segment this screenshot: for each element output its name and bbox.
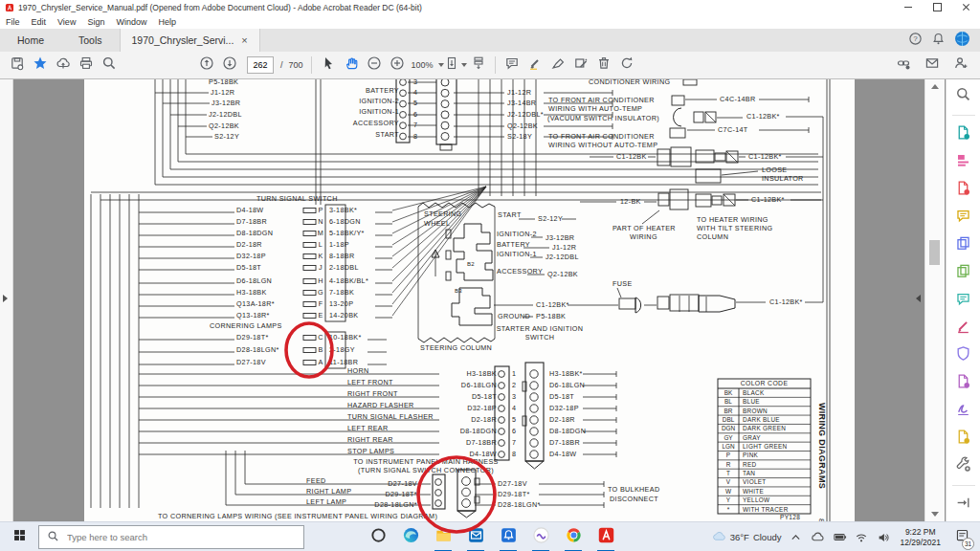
minimize-button[interactable] [894,0,923,14]
save-button[interactable] [6,55,29,76]
page-number-input[interactable] [247,56,274,74]
help-icon[interactable]: ? [908,32,923,50]
fit-page-dropdown[interactable] [444,55,467,76]
tab-tools[interactable]: Tools [61,29,120,52]
search-button[interactable] [98,55,121,76]
scroll-up-button[interactable] [931,84,939,89]
taskbar-app-file-explorer[interactable] [427,522,459,551]
action-center-button[interactable]: 31 [949,522,974,551]
zoom-level-dropdown[interactable]: 100% [409,55,444,76]
wifi-icon[interactable] [854,530,869,545]
weather-widget[interactable]: 36°F Cloudy [712,529,782,545]
menu-edit[interactable]: Edit [26,17,53,27]
battery-icon[interactable] [832,530,847,545]
maximize-button[interactable] [923,0,951,14]
stamp-tool-button[interactable] [569,55,592,76]
diagram-shape [441,111,449,119]
sidebar-separator [952,115,975,116]
diagram-text: 1-18P [329,240,349,249]
email-button[interactable] [921,55,944,76]
account-avatar[interactable] [954,31,970,51]
find-tool-button[interactable] [950,85,977,107]
diagram-shape [530,451,538,458]
expand-nav-pane-icon[interactable] [3,295,8,302]
more-tools-tool-button[interactable] [950,455,977,477]
taskbar-app-mail[interactable] [459,522,492,551]
taskbar-app-chrome[interactable] [557,522,590,551]
refresh-button[interactable] [615,55,638,76]
taskbar-search[interactable] [38,525,304,549]
taskbar-app-acrobat-reader[interactable] [590,522,622,551]
favorite-star-button[interactable] [29,55,52,76]
certificates-tool-button[interactable] [950,372,977,394]
share-with-people-button[interactable] [949,55,972,76]
protect-tool-button[interactable] [950,344,977,366]
share-link-button[interactable] [892,55,915,76]
diagram-text: R [726,461,731,468]
organize-pages-tool-button[interactable] [950,262,977,284]
page-display-button[interactable] [467,55,490,76]
diagram-text: D5-18T [472,392,497,401]
menu-file[interactable]: File [0,17,26,27]
clock-date: 12/29/2021 [900,538,941,548]
delete-button[interactable] [592,55,615,76]
menu-view[interactable]: View [52,17,81,27]
menu-help[interactable]: Help [152,17,182,27]
diagram-shape [499,394,505,401]
diagram-text: D5-18T [549,392,574,401]
export-pdf-tool-button[interactable] [950,123,977,145]
taskbar-app-cortana[interactable] [362,522,394,551]
taskbar-app-edge[interactable] [394,522,427,551]
select-tool-button[interactable] [317,55,340,76]
tab-close-icon[interactable]: × [241,34,247,46]
taskbar-app-sticky-notes[interactable] [524,522,557,551]
menu-sign[interactable]: Sign [81,17,110,27]
request-signatures-tool-button[interactable] [950,400,977,422]
close-button[interactable] [951,0,980,14]
combine-files-tool-button[interactable] [950,234,977,256]
diagram-text: TAN [743,470,755,476]
diagram-text: COLUMN [697,232,728,241]
diagram-text: HORN [347,366,369,375]
vertical-scrollbar[interactable] [924,79,945,521]
expand-tools-panel-icon[interactable] [916,295,921,302]
start-button[interactable] [0,522,38,551]
tab-document[interactable]: 1970_Chrysler_Servi... × [120,29,260,52]
tab-home[interactable]: Home [0,29,61,52]
notifications-bell-icon[interactable] [931,32,946,50]
onedrive-icon[interactable] [810,530,825,545]
menu-window[interactable]: Window [110,17,152,27]
comment-tool-button[interactable] [501,55,523,76]
collapse-tools-panel-tool-button[interactable] [950,494,977,516]
scroll-down-button[interactable] [931,512,939,517]
volume-icon[interactable] [876,530,891,545]
diagram-text: IGNITION-2 [497,230,537,238]
edit-pdf-tool-button[interactable] [950,151,977,173]
ai-assistant-tool-button[interactable] [950,290,977,312]
zoom-out-button[interactable] [363,55,386,76]
scrollbar-thumb[interactable] [929,240,940,265]
diagram-shape [696,169,721,183]
hand-tool-button[interactable] [340,55,363,76]
diagram-shape [462,488,471,496]
diagram-text: COLOR CODE [741,380,789,386]
search-input[interactable] [65,531,270,543]
diagram-text: WIRING WITH AUTO-TEMP [548,104,642,113]
comment-tool-button[interactable] [950,207,977,229]
taskbar-app-your-phone[interactable] [492,522,524,551]
diagram-text: RIGHT REAR [347,435,393,444]
sign-tool-button[interactable] [546,55,569,76]
previous-page-button[interactable] [195,55,218,76]
highlight-tool-button[interactable] [523,55,546,76]
fill-and-sign-tool-button[interactable] [950,318,977,340]
upload-cloud-button[interactable] [52,55,75,76]
prepare-form-tool-button[interactable] [950,428,977,450]
create-pdf-tool-button[interactable] [950,179,977,201]
diagram-text: M [318,229,323,237]
nav-pane-strip[interactable] [0,79,13,521]
next-page-button[interactable] [218,55,241,76]
hidden-icons-chevron[interactable] [788,530,803,545]
clock[interactable]: 9:22 PM 12/29/2021 [900,527,941,547]
zoom-in-button[interactable] [386,55,409,76]
print-button[interactable] [75,55,98,76]
